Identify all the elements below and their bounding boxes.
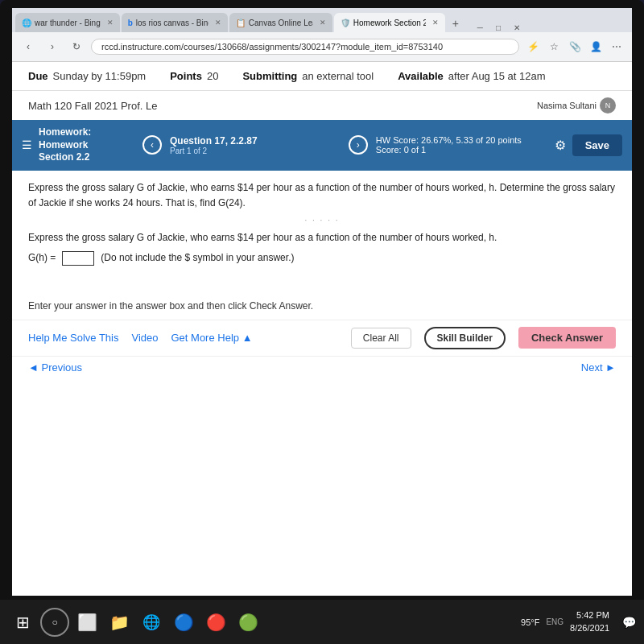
assignment-header: Due Sunday by 11:59pm Points 20 Submitti…: [12, 62, 632, 91]
tab-label-2: Canvas Online Learning S...: [249, 19, 313, 27]
question-text-1: Express the gross salary G of Jackie, wh…: [28, 180, 616, 211]
question-text-2: Express the gross salary G of Jackie, wh…: [28, 230, 616, 246]
tab-close-1[interactable]: ✕: [215, 19, 221, 27]
available-value: after Aug 15 at 12am: [448, 70, 546, 82]
favorites-icon[interactable]: ☆: [545, 38, 563, 56]
submitting-value: an external tool: [302, 70, 374, 82]
tab-close-2[interactable]: ✕: [320, 19, 326, 27]
address-text: rccd.instructure.com/courses/130668/assi…: [101, 42, 443, 52]
edge-button[interactable]: 🌐: [137, 608, 166, 637]
tab-homework[interactable]: 🛡️ Homework Section 2.2 ✕: [334, 13, 445, 32]
question-info: Question 17, 2.2.87 Part 1 of 2: [170, 135, 258, 155]
hw-title-section: ☰ Homework: Homework Section 2.2: [22, 126, 134, 164]
next-question-button[interactable]: ›: [349, 135, 368, 155]
screen: 🌐 war thunder - Bing ✕ b los rios canvas…: [12, 8, 632, 596]
search-button[interactable]: ○: [40, 608, 69, 637]
forward-button[interactable]: ›: [43, 37, 62, 56]
weather-temp: 95°F: [521, 617, 539, 627]
collections-icon[interactable]: 📎: [566, 38, 584, 56]
notification-button[interactable]: 💬: [622, 616, 636, 629]
due-label: Due: [28, 70, 48, 82]
taskbar-clock: 5:42 PM 8/26/2021: [570, 609, 609, 634]
hw-question-section: Question 17, 2.2.87 Part 1 of 2: [170, 135, 341, 155]
tab-icon-3: 🛡️: [341, 19, 350, 27]
tab-war-thunder[interactable]: 🌐 war thunder - Bing ✕: [15, 13, 120, 32]
file-explorer-button[interactable]: 📁: [105, 608, 134, 637]
hw-score-text: HW Score: 26.67%, 5.33 of 20 points: [376, 135, 547, 145]
bottom-toolbar: Help Me Solve This Video Get More Help ▲…: [12, 320, 632, 356]
due-item: Due Sunday by 11:59pm: [28, 70, 146, 82]
spotify-button[interactable]: 🟢: [233, 608, 262, 637]
close-button[interactable]: ✕: [509, 23, 525, 32]
course-title-area: Math 120 Fall 2021 Prof. Le Nasima Sulta…: [12, 91, 632, 120]
score-text: Score: 0 of 1: [376, 145, 547, 155]
hw-score-section: HW Score: 26.67%, 5.33 of 20 points Scor…: [376, 135, 547, 155]
prev-question-button[interactable]: ‹: [142, 135, 162, 155]
question-area: Express the gross salary G of Jackie, wh…: [12, 171, 632, 276]
skill-builder-button[interactable]: Skill Builder: [424, 327, 506, 349]
tab-canvas-learning[interactable]: 📋 Canvas Online Learning S... ✕: [229, 13, 332, 32]
extensions-icon[interactable]: ⚡: [524, 38, 542, 56]
time-display: 5:42 PM: [570, 609, 609, 621]
address-bar-row: ‹ › ↻ rccd.instructure.com/courses/13066…: [12, 32, 632, 61]
tab-label-1: los rios canvas - Bing: [136, 19, 208, 27]
date-display: 8/26/2021: [570, 622, 609, 634]
submitting-label: Submitting: [242, 70, 297, 82]
hw-title-line1: Homework:: [39, 126, 91, 139]
more-options-icon[interactable]: ⋯: [608, 38, 625, 56]
chrome-button[interactable]: 🔵: [169, 608, 198, 637]
answer-input[interactable]: [62, 251, 94, 266]
user-badge: Nasima Sultani N: [537, 97, 616, 114]
clear-all-button[interactable]: Clear All: [351, 328, 411, 349]
reload-button[interactable]: ↻: [67, 37, 86, 56]
new-tab-button[interactable]: +: [447, 14, 464, 32]
question-sub: Part 1 of 2: [170, 147, 258, 155]
taskbar: ⊞ ○ ⬜ 📁 🌐 🔵 🔴 🟢 95°F ENG 5:42 PM 8/26/20…: [0, 600, 644, 644]
points-label: Points: [170, 70, 202, 82]
browser-actions: ⚡ ☆ 📎 👤 ⋯: [524, 38, 625, 56]
tab-los-rios[interactable]: b los rios canvas - Bing ✕: [122, 13, 228, 32]
question-label: Question 17, 2.2.87: [170, 135, 258, 147]
check-answer-button[interactable]: Check Answer: [518, 327, 616, 349]
points-item: Points 20: [170, 70, 218, 82]
help-me-solve-link[interactable]: Help Me Solve This: [28, 332, 118, 344]
answer-note: (Do not include the $ symbol in your ans…: [101, 250, 294, 266]
nav-bottom: ◄ Previous Next ►: [12, 356, 632, 378]
lang-indicator: ENG: [546, 617, 564, 626]
points-value: 20: [207, 70, 218, 82]
tab-icon-2: 📋: [236, 19, 246, 27]
hw-title-line2: Homework: [39, 139, 91, 152]
video-link[interactable]: Video: [131, 332, 158, 344]
back-button[interactable]: ‹: [19, 37, 38, 56]
firefox-button[interactable]: 🔴: [201, 608, 230, 637]
hw-actions: ⚙ Save: [555, 134, 622, 156]
available-label: Available: [398, 70, 444, 82]
tab-close-0[interactable]: ✕: [107, 19, 114, 27]
help-text: Enter your answer in the answer box and …: [12, 292, 632, 320]
hw-header-bar: ☰ Homework: Homework Section 2.2 ‹ Quest…: [12, 120, 632, 171]
window-controls: ─ □ ✕: [473, 23, 525, 32]
save-button[interactable]: Save: [572, 134, 622, 156]
username: Nasima Sultani: [537, 101, 597, 110]
address-bar[interactable]: rccd.instructure.com/courses/130668/assi…: [91, 39, 519, 55]
hw-title-line3: Section 2.2: [39, 151, 91, 164]
avatar: N: [600, 97, 616, 114]
start-button[interactable]: ⊞: [8, 608, 37, 637]
hw-title-text: Homework: Homework Section 2.2: [39, 126, 91, 164]
profile-icon[interactable]: 👤: [587, 38, 605, 56]
answer-row: G(h) = (Do not include the $ symbol in y…: [28, 250, 616, 266]
instruction-text: Enter your answer in the answer box and …: [28, 300, 313, 312]
previous-link[interactable]: ◄ Previous: [28, 361, 82, 374]
minimize-button[interactable]: ─: [473, 23, 488, 32]
next-link[interactable]: Next ►: [581, 361, 616, 374]
page-content: Due Sunday by 11:59pm Points 20 Submitti…: [12, 62, 632, 596]
menu-icon[interactable]: ☰: [22, 138, 32, 151]
answer-prefix: G(h) =: [28, 250, 56, 266]
restore-button[interactable]: □: [491, 23, 506, 32]
more-help-link[interactable]: Get More Help ▲: [171, 332, 253, 344]
settings-icon[interactable]: ⚙: [555, 138, 566, 153]
system-tray: ENG: [546, 617, 564, 626]
divider: · · · · ·: [28, 211, 616, 230]
task-view-button[interactable]: ⬜: [72, 608, 101, 637]
tab-close-3[interactable]: ✕: [432, 19, 439, 27]
